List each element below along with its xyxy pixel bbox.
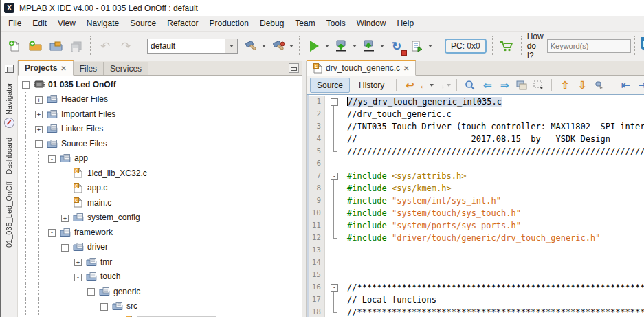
menu-view[interactable]: View: [52, 17, 81, 30]
reset-icon[interactable]: ↻: [386, 36, 407, 56]
code-line-6[interactable]: 6: [309, 157, 644, 170]
collapse-toggle-icon[interactable]: -: [22, 81, 30, 89]
toggle-bookmark-icon[interactable]: [592, 78, 607, 93]
tree-item-src[interactable]: -src: [19, 299, 302, 314]
code-line-13[interactable]: 13: [309, 244, 644, 256]
code-line-10[interactable]: 10#include "system/touch/sys_touch.h": [309, 207, 644, 219]
chevron-down-icon[interactable]: [225, 39, 237, 53]
how-do-i-input[interactable]: [547, 39, 631, 53]
expand-toggle-icon[interactable]: +: [61, 215, 69, 222]
expand-toggle-icon[interactable]: +: [74, 259, 82, 266]
collapse-toggle-icon[interactable]: -: [87, 288, 95, 296]
configuration-select[interactable]: default: [147, 39, 238, 54]
tab-files[interactable]: Files: [74, 62, 104, 75]
run-project-icon[interactable]: [304, 36, 324, 56]
tab-services[interactable]: Services: [104, 62, 148, 75]
close-icon[interactable]: ✕: [403, 65, 409, 72]
read-options-caret-icon[interactable]: [380, 45, 384, 47]
build-options-caret-icon[interactable]: [262, 45, 266, 47]
code-fold-toggle[interactable]: -: [325, 96, 347, 108]
collapse-toggle-icon[interactable]: -: [74, 274, 82, 281]
tree-item-generic[interactable]: -generic: [19, 284, 302, 299]
code-line-2[interactable]: 2//drv_touch_generic.c: [309, 108, 644, 120]
code-line-7[interactable]: 7-#include <sys/attribs.h>: [309, 170, 644, 182]
tree-item-app[interactable]: -app: [19, 151, 302, 166]
clean-build-options-caret-icon[interactable]: [289, 45, 293, 47]
tree-item-system-config[interactable]: +system_config: [19, 210, 302, 226]
redo-icon[interactable]: ↷: [115, 36, 136, 56]
menu-window[interactable]: Window: [351, 17, 392, 30]
navigator-rail-tab[interactable]: Navigator: [5, 83, 13, 115]
menu-refactor[interactable]: Refactor: [162, 17, 203, 30]
new-project-icon[interactable]: [25, 36, 45, 56]
forward-icon[interactable]: →: [436, 78, 452, 93]
code-line-17[interactable]: 17// Local functions: [309, 294, 644, 306]
code-line-18[interactable]: 18//************************************…: [309, 306, 644, 317]
code-line-14[interactable]: 14: [309, 256, 644, 269]
expand-toggle-icon[interactable]: +: [35, 126, 43, 133]
tab-drv-touch-generic[interactable]: C drv_touch_generic.c ✕: [307, 60, 416, 76]
dashboard-rail-tab[interactable]: 01_035_Led_OnOff - Dashboard: [5, 138, 13, 248]
new-file-icon[interactable]: [4, 36, 25, 56]
toggle-highlight-search-icon[interactable]: [514, 78, 529, 93]
menu-production[interactable]: Production: [204, 17, 254, 30]
mcc-icon[interactable]: MCC: [639, 36, 644, 56]
code-line-8[interactable]: 8#include <sys/kmem.h>: [309, 182, 644, 195]
fold-collapse-icon[interactable]: -: [331, 98, 338, 106]
close-icon[interactable]: ✕: [60, 65, 66, 72]
source-view-button[interactable]: Source: [310, 78, 350, 93]
debug-tool-icon[interactable]: [407, 36, 428, 56]
shift-line-left-icon[interactable]: ⇤: [618, 78, 633, 93]
code-editor[interactable]: 1-//ys_drv_touch_generic_int035.c2//drv_…: [307, 95, 644, 317]
debug-options-caret-icon[interactable]: [428, 45, 432, 47]
panel-splitter[interactable]: [302, 61, 307, 317]
code-line-16[interactable]: 16-//***********************************…: [309, 281, 644, 294]
next-bookmark-icon[interactable]: ⇩: [575, 78, 590, 93]
dock-window-icon[interactable]: [5, 65, 14, 73]
tree-item-driver[interactable]: -driver: [19, 240, 302, 255]
menu-team[interactable]: Team: [289, 17, 320, 30]
tree-item-framework[interactable]: -framework: [19, 225, 302, 240]
history-view-button[interactable]: History: [352, 78, 391, 93]
collapse-toggle-icon[interactable]: -: [35, 140, 43, 148]
tree-item-app-c[interactable]: Capp.c: [19, 181, 302, 196]
menu-tools[interactable]: Tools: [321, 17, 351, 30]
tree-item-drv-touch-generic-c[interactable]: Cdrv_touch_generic.c: [19, 314, 302, 317]
undo-icon[interactable]: ↶: [95, 36, 115, 56]
menu-source[interactable]: Source: [124, 17, 162, 30]
menu-debug[interactable]: Debug: [254, 17, 289, 30]
collapse-toggle-icon[interactable]: -: [48, 155, 56, 163]
code-line-9[interactable]: 9#include "system/int/sys_int.h": [309, 195, 644, 207]
run-options-caret-icon[interactable]: [325, 45, 329, 47]
tree-item-main-c[interactable]: Cmain.c: [19, 195, 302, 210]
shopping-cart-icon[interactable]: [497, 36, 518, 56]
menu-edit[interactable]: Edit: [27, 17, 52, 30]
menu-file[interactable]: File: [3, 17, 27, 30]
menu-navigate[interactable]: Navigate: [81, 17, 124, 30]
code-line-11[interactable]: 11#include "system/ports/sys_ports.h": [309, 219, 644, 232]
code-line-15[interactable]: 15: [309, 269, 644, 281]
expand-toggle-icon[interactable]: +: [35, 111, 43, 118]
code-line-3[interactable]: 3//INT035 Touch Driver (touch controller…: [309, 120, 644, 133]
collapse-toggle-icon[interactable]: -: [61, 244, 69, 252]
fold-collapse-icon[interactable]: -: [331, 173, 338, 180]
tree-item-touch[interactable]: -touch: [19, 270, 302, 285]
tree-item-tmr[interactable]: +tmr: [19, 254, 302, 270]
save-all-icon[interactable]: [66, 36, 87, 56]
tree-item-01-035-led-onoff[interactable]: -01 035 Led OnOff: [19, 77, 302, 92]
find-next-icon[interactable]: ⇒: [497, 78, 512, 93]
minimize-window-icon[interactable]: [289, 63, 299, 73]
rectangular-selection-icon[interactable]: [531, 78, 546, 93]
make-and-program-device-icon[interactable]: [331, 36, 352, 56]
tree-item-header-files[interactable]: +Header Files: [19, 92, 302, 107]
collapse-toggle-icon[interactable]: -: [100, 303, 108, 311]
open-project-icon[interactable]: [45, 36, 66, 56]
tree-item-1lcd-lib-xc32-c[interactable]: C1lcd_lib_XC32.c: [19, 166, 302, 181]
build-project-icon[interactable]: [241, 36, 261, 56]
code-line-1[interactable]: 1-//ys_drv_touch_generic_int035.c: [309, 96, 644, 108]
shift-line-right-icon[interactable]: ⇥: [635, 78, 644, 93]
last-edit-location-icon[interactable]: ↩: [402, 78, 417, 93]
clean-and-build-icon[interactable]: [268, 36, 289, 56]
code-fold-toggle[interactable]: -: [325, 170, 347, 182]
back-icon[interactable]: ←: [419, 78, 434, 93]
